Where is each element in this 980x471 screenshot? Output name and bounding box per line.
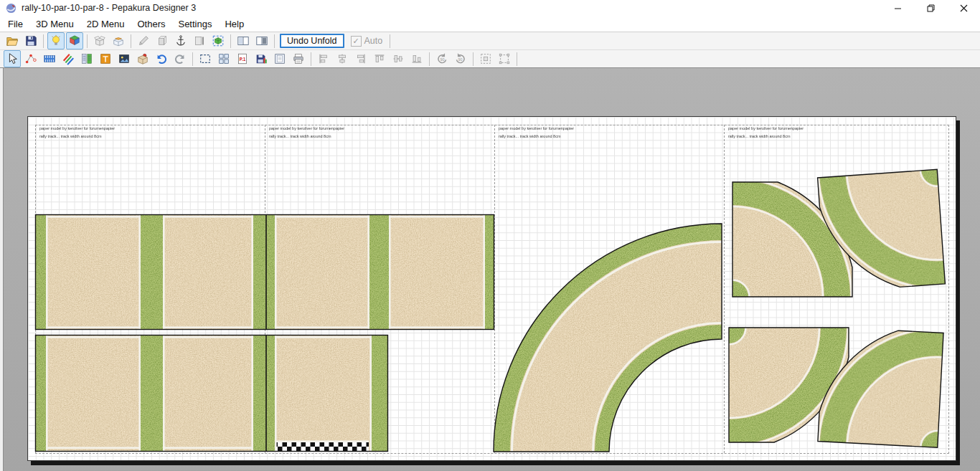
close-button[interactable] [947, 0, 980, 16]
menu-bar: File3D Menu2D MenuOthersSettingsHelp [0, 16, 980, 32]
title-bar: rally-10-par-10-par-8 - Pepakura Designe… [0, 0, 980, 16]
svg-text:90: 90 [440, 57, 444, 62]
toolbar-separator [473, 52, 473, 66]
toolbar-standard: Undo Unfold✓Auto [0, 32, 980, 49]
textured-cube-icon[interactable] [66, 32, 83, 49]
toolbar-separator [517, 52, 517, 66]
toolbar-separator [390, 34, 390, 48]
select-marquee-icon[interactable] [197, 50, 214, 67]
solid-box-icon[interactable] [154, 32, 171, 49]
finish-line-checker [276, 442, 369, 452]
divider-box-icon[interactable] [191, 32, 208, 49]
toolbar-separator [87, 34, 88, 48]
pen-icon[interactable] [135, 32, 152, 49]
workspace-left-edge [0, 68, 4, 471]
colored-pencils-icon[interactable] [60, 50, 77, 67]
select-arrow-icon[interactable] [4, 50, 21, 67]
menu-item-file[interactable]: File [1, 17, 29, 31]
window-title: rally-10-par-10-par-8 - Pepakura Designe… [22, 3, 196, 13]
page-number-icon[interactable]: P.1 [234, 50, 251, 67]
anchor-icon[interactable] [172, 32, 189, 49]
menu-item-help[interactable]: Help [218, 17, 250, 31]
align-right-icon[interactable] [352, 50, 369, 67]
pattern-pieces-layer [28, 117, 956, 460]
minimize-button[interactable] [881, 0, 914, 16]
workspace-2d-view[interactable]: paper model by keroliver for forumenpapi… [0, 67, 980, 471]
align-center-v-icon[interactable] [334, 50, 351, 67]
text-tool-icon[interactable] [97, 50, 114, 67]
redo-icon[interactable] [171, 50, 189, 67]
group-select-icon[interactable] [477, 50, 494, 67]
open-folder-icon[interactable] [4, 32, 21, 49]
toolbar-separator [274, 34, 275, 48]
curve-track-piece-large[interactable] [494, 224, 722, 452]
export-image-icon[interactable] [253, 50, 270, 67]
menu-item-2d-menu[interactable]: 2D Menu [80, 17, 131, 31]
menu-item-3d-menu[interactable]: 3D Menu [29, 17, 80, 31]
print-icon[interactable] [290, 50, 307, 67]
toolbar-separator [192, 52, 193, 66]
rotate-right-90-icon[interactable]: 90 [452, 50, 469, 67]
ungroup-select-icon[interactable] [496, 50, 513, 67]
pepakura-app-icon [6, 3, 17, 14]
unfold-box-icon[interactable] [91, 32, 108, 49]
svg-text:90: 90 [458, 57, 463, 62]
edit-flaps-icon[interactable] [22, 50, 39, 67]
toolbar-separator [43, 34, 44, 48]
toolbar-2d-edit: P.19090 [0, 49, 980, 68]
print-preview-icon[interactable] [271, 50, 288, 67]
scale-ruler-icon[interactable] [78, 50, 95, 67]
pane-left-icon[interactable] [235, 32, 252, 49]
align-bottom-icon[interactable] [408, 50, 425, 67]
align-top-icon[interactable] [371, 50, 388, 67]
pattern-sheet[interactable]: paper model by keroliver for forumenpapi… [27, 116, 956, 461]
auto-checkbox-label: Auto [364, 36, 383, 46]
fold-box-icon[interactable] [110, 32, 127, 49]
align-left-icon[interactable] [315, 50, 332, 67]
auto-checkbox[interactable]: ✓Auto [351, 36, 383, 47]
rotate-left-90-icon[interactable]: 90 [433, 50, 451, 67]
auto-checkbox-box[interactable]: ✓ [351, 36, 362, 47]
arrange-parts-icon[interactable] [215, 50, 232, 67]
menu-item-settings[interactable]: Settings [171, 17, 218, 31]
selection-cube-icon[interactable] [209, 32, 227, 49]
measure-icon[interactable] [41, 50, 58, 67]
restore-button[interactable] [914, 0, 947, 16]
menu-item-others[interactable]: Others [131, 17, 171, 31]
toolbar-separator [311, 52, 311, 66]
pane-right-icon[interactable] [253, 32, 270, 49]
align-center-h-icon[interactable] [390, 50, 407, 67]
light-bulb-icon[interactable] [47, 32, 65, 49]
undo-icon[interactable] [153, 50, 170, 67]
material-box-icon[interactable] [134, 50, 151, 67]
save-icon[interactable] [22, 32, 39, 49]
image-tool-icon[interactable] [116, 50, 133, 67]
straight-track-piece-row1[interactable] [35, 214, 494, 330]
toolbar-separator [429, 52, 430, 66]
straight-track-piece-row2[interactable] [35, 335, 388, 452]
toolbar-separator [131, 34, 131, 48]
toolbar-separator [230, 34, 231, 48]
undo-unfold-button[interactable]: Undo Unfold [280, 34, 344, 48]
pepakura-window: { "window": { "title": "rally-10-par-10-… [0, 0, 980, 471]
svg-text:P.1: P.1 [240, 57, 246, 62]
